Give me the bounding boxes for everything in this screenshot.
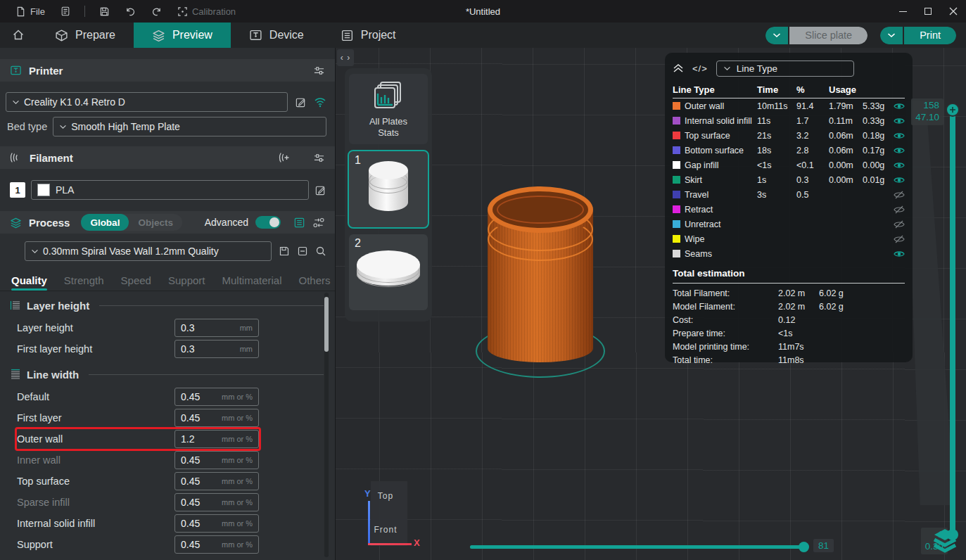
plate-thumbnail-1[interactable]: 1 xyxy=(349,151,428,227)
maximize-button[interactable] xyxy=(915,0,941,23)
gcode-view-icon[interactable]: </> xyxy=(692,63,708,74)
orientation-gizmo[interactable]: Top Front Y X xyxy=(359,481,412,552)
setting-input[interactable]: 0.45mm or % xyxy=(174,451,259,469)
setting-input[interactable]: 0.45mm or % xyxy=(174,535,259,554)
line-type-time: 3s xyxy=(757,190,796,200)
gizmo-front-face[interactable]: Front xyxy=(359,525,412,535)
plate-number: 2 xyxy=(355,237,361,250)
tab-speed[interactable]: Speed xyxy=(121,274,151,291)
search-preset-icon[interactable] xyxy=(315,246,326,257)
setting-input[interactable]: 0.3mm xyxy=(174,340,259,358)
minimize-button[interactable] xyxy=(890,0,915,23)
panel-collapse-handle[interactable]: ‹ › xyxy=(337,49,354,66)
scope-objects[interactable]: Objects xyxy=(129,214,182,231)
print-button[interactable]: Print xyxy=(904,27,956,44)
tab-others[interactable]: Others xyxy=(299,274,331,291)
filament-index[interactable]: 1 xyxy=(10,182,25,198)
eye-off-icon[interactable] xyxy=(894,205,908,214)
filament-settings-icon[interactable] xyxy=(313,153,325,163)
add-filament-icon[interactable] xyxy=(278,152,291,163)
chevron-down-icon xyxy=(887,32,896,38)
printer-select[interactable]: Creality K1 0.4 Retro D xyxy=(6,92,288,112)
collapse-panel-icon[interactable] xyxy=(673,63,684,73)
eye-icon[interactable] xyxy=(894,117,908,125)
slice-plate-dropdown[interactable] xyxy=(765,27,788,44)
home-button[interactable] xyxy=(0,23,37,48)
scrollbar-track[interactable] xyxy=(324,293,329,557)
titlebar: File xyxy=(0,0,966,23)
bed-type-select[interactable]: Smooth High Temp Plate xyxy=(53,117,326,136)
undo-button[interactable] xyxy=(120,0,141,23)
save-button[interactable] xyxy=(94,0,115,23)
delete-preset-icon[interactable] xyxy=(297,246,308,257)
process-preset-select[interactable]: 0.30mm Spiral Vase Wall 1.2mm Quality xyxy=(25,241,272,261)
file-menu[interactable]: File xyxy=(10,0,51,23)
line-type-weight: 5.33g xyxy=(863,101,894,111)
eye-off-icon[interactable] xyxy=(894,191,908,199)
parameter-table-icon[interactable] xyxy=(293,217,305,229)
scope-global[interactable]: Global xyxy=(81,214,129,231)
tab-support[interactable]: Support xyxy=(168,274,205,291)
calibration-button[interactable]: Calibration xyxy=(172,0,241,23)
total-value-2: 6.02 g xyxy=(819,300,861,314)
filament-select[interactable]: PLA xyxy=(31,180,309,200)
edit-filament-icon[interactable] xyxy=(314,184,326,196)
layers-view-button[interactable] xyxy=(931,526,959,554)
all-plates-stats-button[interactable]: All Plates Stats xyxy=(349,74,428,144)
wifi-icon[interactable] xyxy=(314,96,326,108)
line-type-weight: 0.18g xyxy=(863,131,894,141)
setting-input[interactable]: 0.45mm or % xyxy=(174,514,259,533)
setting-input[interactable]: 0.45mm or % xyxy=(174,493,259,511)
tab-preview[interactable]: Preview xyxy=(134,23,231,48)
eye-icon[interactable] xyxy=(894,102,908,110)
printer-settings-icon[interactable] xyxy=(313,65,325,76)
layer-top-badge: 158 47.10 xyxy=(911,98,943,125)
step-slider-handle[interactable] xyxy=(799,542,809,552)
setting-unit: mm xyxy=(240,345,253,353)
tab-multimaterial[interactable]: Multimaterial xyxy=(222,274,282,291)
setting-value: 1.2 xyxy=(181,433,222,445)
total-value-2 xyxy=(819,314,861,327)
slice-plate-button[interactable]: Slice plate xyxy=(789,27,868,44)
process-section-header: Process Global Objects Advanced xyxy=(0,211,335,234)
setting-input[interactable]: 1.2mm or % xyxy=(174,430,259,448)
layer-slider-track[interactable] xyxy=(950,113,955,535)
model-3d-cylinder[interactable] xyxy=(484,186,597,383)
print-dropdown[interactable] xyxy=(880,27,903,44)
eye-off-icon[interactable] xyxy=(894,220,908,229)
step-slider: 81 xyxy=(470,536,843,557)
plate-thumbnail-2[interactable]: 2 xyxy=(349,234,428,310)
setting-input[interactable]: 0.45mm or % xyxy=(174,409,259,427)
viewport-3d[interactable]: ‹ › All Plates Stats 1 xyxy=(336,48,966,560)
setting-input[interactable]: 0.45mm or % xyxy=(174,472,259,490)
close-button[interactable] xyxy=(941,0,966,23)
eye-icon[interactable] xyxy=(894,132,908,140)
redo-button[interactable] xyxy=(146,0,167,23)
tab-quality[interactable]: Quality xyxy=(11,274,47,291)
line-type-length: 0.06m xyxy=(829,146,863,155)
tab-device[interactable]: Device xyxy=(231,23,322,48)
scrollbar-thumb[interactable] xyxy=(324,297,329,352)
notes-button[interactable] xyxy=(55,0,76,23)
eye-icon[interactable] xyxy=(894,250,908,258)
step-slider-track[interactable] xyxy=(470,545,808,549)
edit-printer-icon[interactable] xyxy=(295,96,307,108)
setting-input[interactable]: 0.45mm or % xyxy=(174,388,259,406)
eye-off-icon[interactable] xyxy=(894,235,908,243)
layer-slider-top-handle[interactable] xyxy=(946,103,960,117)
eye-icon[interactable] xyxy=(894,176,908,184)
save-preset-icon[interactable] xyxy=(279,246,290,257)
advanced-toggle[interactable] xyxy=(255,216,281,229)
filament-color-swatch xyxy=(37,184,50,196)
tab-project[interactable]: Project xyxy=(322,23,414,48)
line-type-color-swatch xyxy=(673,191,680,198)
close-icon xyxy=(949,7,958,15)
view-mode-select[interactable]: Line Type xyxy=(716,61,854,77)
tab-strength[interactable]: Strength xyxy=(64,274,104,291)
tab-prepare[interactable]: Prepare xyxy=(37,23,134,48)
setting-input[interactable]: 0.3mm xyxy=(174,319,259,337)
app-window: File xyxy=(0,0,966,560)
compare-ab-icon[interactable] xyxy=(312,217,325,229)
eye-icon[interactable] xyxy=(894,146,908,155)
eye-icon[interactable] xyxy=(894,161,908,170)
